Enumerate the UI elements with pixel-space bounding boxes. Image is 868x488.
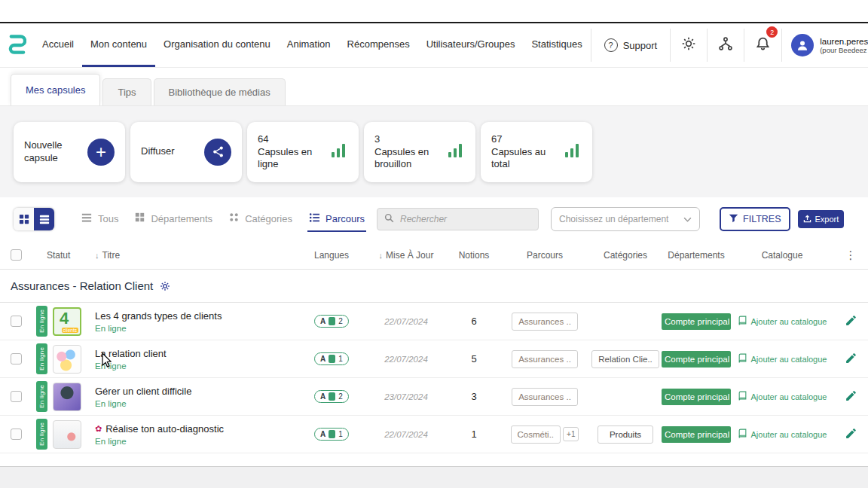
notifications-button[interactable]: 2 xyxy=(744,23,781,67)
capsule-title[interactable]: Gérer un client difficile xyxy=(95,386,298,397)
col-departements[interactable]: Départements xyxy=(662,250,731,261)
language-badge[interactable]: A 2 xyxy=(314,390,349,403)
pencil-icon xyxy=(845,389,857,404)
categorie-chip[interactable]: Produits xyxy=(598,425,653,444)
row-checkbox[interactable] xyxy=(11,391,22,402)
status-badge: En ligne xyxy=(36,306,47,337)
support-button[interactable]: ? Support xyxy=(591,38,671,52)
catalogue-link-label: Ajouter au catalogue xyxy=(751,355,827,364)
language-badge[interactable]: A 1 xyxy=(314,428,349,441)
tab-mes-capsules[interactable]: Mes capsules xyxy=(11,74,100,105)
col-categories[interactable]: Catégories xyxy=(589,250,662,261)
department-badge[interactable]: Compte principal xyxy=(662,426,731,443)
book-icon xyxy=(738,429,747,440)
search-input[interactable] xyxy=(400,214,531,224)
categorie-chip[interactable]: Relation Clie.. xyxy=(591,350,659,368)
nav-accueil[interactable]: Accueil xyxy=(34,23,82,67)
tab-bibliotheque-de-medias[interactable]: Bibliothèque de médias xyxy=(154,78,286,105)
capsule-title[interactable]: ✿ Réalise ton auto-diagnostic xyxy=(95,423,298,435)
capsule-title[interactable]: La relation client xyxy=(95,348,298,359)
bar-chart-icon xyxy=(447,142,465,162)
plus-icon[interactable]: + xyxy=(87,139,115,166)
add-to-catalogue-link[interactable]: Ajouter au catalogue xyxy=(738,353,827,364)
department-badge[interactable]: Compte principal xyxy=(662,313,731,330)
tab-tips[interactable]: Tips xyxy=(102,78,151,105)
add-to-catalogue-link[interactable]: Ajouter au catalogue xyxy=(738,391,827,402)
col-notions[interactable]: Notions xyxy=(448,250,500,261)
parcours-chip[interactable]: Assurances .. xyxy=(512,388,578,406)
row-checkbox[interactable] xyxy=(11,353,22,364)
filters-button[interactable]: FILTRES xyxy=(720,207,790,231)
parcours-chip[interactable]: Assurances .. xyxy=(512,350,578,368)
nav-organisation-du-contenu[interactable]: Organisation du contenu xyxy=(155,23,279,67)
stat-card-online[interactable]: 64 Capsules en ligne xyxy=(247,122,359,182)
new-capsule-card[interactable]: Nouvelle capsule + xyxy=(14,122,125,182)
export-button[interactable]: Export xyxy=(798,210,845,228)
hierarchy-button[interactable] xyxy=(708,23,744,67)
col-titre[interactable]: Titre xyxy=(102,250,121,261)
table-row[interactable]: En ligne 4 clients Les 4 grands types de… xyxy=(0,303,868,340)
edit-button[interactable] xyxy=(845,427,857,442)
edit-button[interactable] xyxy=(845,389,857,404)
capsule-state: En ligne xyxy=(95,324,298,333)
column-menu[interactable]: ⋮ xyxy=(833,249,868,262)
col-catalogue[interactable]: Catalogue xyxy=(731,250,833,261)
share-icon[interactable] xyxy=(204,139,231,166)
filter-departements[interactable]: Départements xyxy=(133,207,214,232)
stat-card-draft[interactable]: 3 Capsules en brouillon xyxy=(364,122,475,182)
stat-text: 3 Capsules en brouillon xyxy=(374,133,444,171)
col-langues[interactable]: Langues xyxy=(298,250,365,261)
nav-utilisateurs-groupes[interactable]: Utilisateurs/Groupes xyxy=(418,23,524,67)
table-row[interactable]: En ligne Gérer un client difficile En li… xyxy=(0,378,868,416)
edit-button[interactable] xyxy=(845,352,857,367)
grid-view-button[interactable] xyxy=(14,208,34,230)
search-box xyxy=(377,208,539,230)
language-badge[interactable]: A 1 xyxy=(314,352,349,365)
stat-card-total[interactable]: 67 Capsules au total xyxy=(481,122,592,182)
settings-button[interactable] xyxy=(671,23,707,67)
department-badge[interactable]: Compte principal xyxy=(662,389,731,405)
book-icon xyxy=(738,353,747,364)
parcours-chip[interactable]: Cosméti.. xyxy=(511,425,561,444)
support-label: Support xyxy=(623,40,658,51)
parcours-more-chip[interactable]: +1 xyxy=(563,427,579,441)
pencil-icon xyxy=(845,427,857,442)
nav-recompenses[interactable]: Récompenses xyxy=(339,23,418,67)
department-select[interactable]: Choisissez un département xyxy=(551,207,700,231)
navbar-right: ? Support 2 xyxy=(591,23,868,67)
nav-animation[interactable]: Animation xyxy=(279,23,339,67)
capsule-title[interactable]: Les 4 grands types de clients xyxy=(95,310,298,322)
col-parcours[interactable]: Parcours xyxy=(500,250,589,261)
add-to-catalogue-link[interactable]: Ajouter au catalogue xyxy=(738,429,827,440)
filter-label: Tous xyxy=(98,213,118,224)
beedeez-logo[interactable] xyxy=(8,34,26,56)
content-tabs: Mes capsules Tips Bibliothèque de médias xyxy=(11,69,288,105)
filter-parcours[interactable]: Parcours xyxy=(307,207,366,232)
stat-value: 64 xyxy=(258,133,327,145)
parcours-chip[interactable]: Assurances .. xyxy=(512,313,578,331)
row-checkbox[interactable] xyxy=(11,316,22,327)
diffuse-card[interactable]: Diffuser xyxy=(130,122,242,182)
add-to-catalogue-link[interactable]: Ajouter au catalogue xyxy=(738,316,827,327)
group-settings-icon[interactable] xyxy=(160,281,170,291)
user-menu[interactable]: lauren.peres@beedeez.com (pour Beedeez i… xyxy=(782,34,868,56)
department-badge[interactable]: Compte principal xyxy=(662,351,731,368)
nav-mon-contenu[interactable]: Mon contenu xyxy=(82,23,155,67)
main-navbar: Accueil Mon contenu Organisation du cont… xyxy=(0,23,868,68)
table-row[interactable]: En ligne La relation client En ligne A 1… xyxy=(0,340,868,378)
col-mise-a-jour[interactable]: Mise À Jour xyxy=(386,250,433,261)
filter-label: Catégories xyxy=(245,213,292,224)
list-view-button[interactable] xyxy=(34,208,54,230)
select-all-checkbox[interactable] xyxy=(11,249,22,261)
gear-icon xyxy=(681,36,696,54)
filter-categories[interactable]: Catégories xyxy=(228,207,294,232)
language-badge[interactable]: A 2 xyxy=(314,315,349,328)
capsule-thumbnail: 4 clients xyxy=(53,307,81,336)
nav-statistiques[interactable]: Statistiques xyxy=(523,23,590,67)
col-statut[interactable]: Statut xyxy=(30,250,95,261)
table-row[interactable]: En ligne ✿ Réalise ton auto-diagnostic E… xyxy=(0,416,868,453)
filter-tous[interactable]: Tous xyxy=(80,207,120,232)
row-checkbox[interactable] xyxy=(11,429,22,440)
edit-button[interactable] xyxy=(845,314,857,329)
language-flag-icon xyxy=(329,317,335,325)
